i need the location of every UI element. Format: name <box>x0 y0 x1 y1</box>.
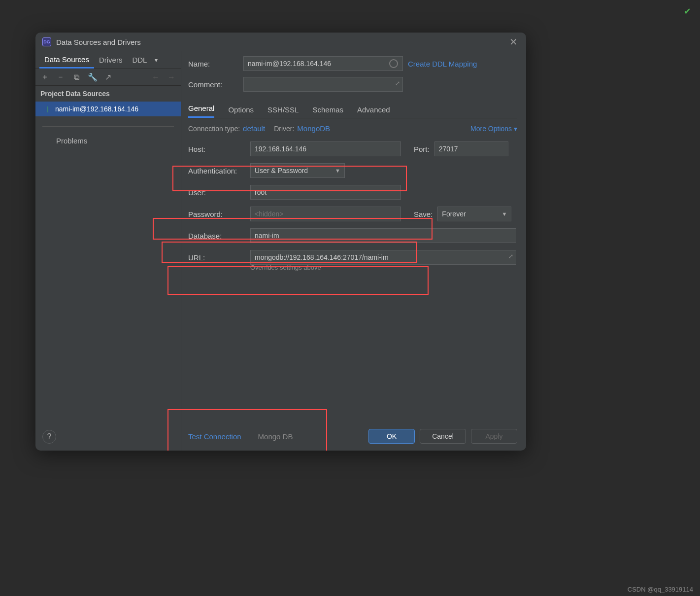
back-icon[interactable]: ← <box>151 73 160 82</box>
host-input[interactable] <box>250 141 401 156</box>
user-label: User: <box>188 188 250 197</box>
password-input[interactable] <box>250 207 401 221</box>
user-input[interactable] <box>250 185 401 200</box>
conn-type-link[interactable]: default <box>243 124 265 133</box>
name-label: Name: <box>188 60 243 68</box>
password-label: Password: <box>188 210 250 218</box>
separator <box>42 126 174 127</box>
make-global-icon[interactable]: ↗ <box>103 72 112 82</box>
data-sources-dialog: DG Data Sources and Drivers ✕ Data Sourc… <box>35 33 526 451</box>
cancel-button[interactable]: Cancel <box>420 429 466 444</box>
watermark: CSDN @qq_33919114 <box>628 586 693 593</box>
name-input[interactable] <box>243 56 403 71</box>
help-icon[interactable]: ? <box>42 430 56 444</box>
expand-icon[interactable]: ⤢ <box>508 253 513 260</box>
auth-select[interactable]: User & Password▼ <box>250 163 345 178</box>
chevron-down-icon[interactable]: ▾ <box>152 57 161 64</box>
database-label: Database: <box>188 232 250 240</box>
problems-item[interactable]: Problems <box>35 137 181 145</box>
url-hint: Overrides settings above <box>250 264 517 271</box>
apply-button[interactable]: Apply <box>471 429 517 444</box>
comment-input[interactable] <box>243 77 403 92</box>
section-header: Project Data Sources <box>35 86 181 102</box>
driver-link[interactable]: MongoDB <box>297 124 330 133</box>
tab-data-sources[interactable]: Data Sources <box>39 51 94 69</box>
tab-ddl[interactable]: DDL <box>127 51 152 69</box>
port-input[interactable] <box>434 141 508 156</box>
close-icon[interactable]: ✕ <box>507 36 519 48</box>
port-label: Port: <box>414 145 430 153</box>
spinner-icon <box>389 59 398 68</box>
url-input[interactable] <box>250 250 516 265</box>
main-panel: Name: Create DDL Mapping Comment: ⤢ Gene… <box>181 51 526 451</box>
driver-name-label: Mongo DB <box>258 432 293 441</box>
expand-icon[interactable]: ⤢ <box>395 80 400 87</box>
tab-ssh[interactable]: SSH/SSL <box>267 105 299 118</box>
tab-schemas[interactable]: Schemas <box>312 105 343 118</box>
create-ddl-link[interactable]: Create DDL Mapping <box>408 60 477 68</box>
comment-label: Comment: <box>188 80 243 89</box>
tab-options[interactable]: Options <box>228 105 254 118</box>
url-label: URL: <box>188 253 250 262</box>
chevron-down-icon: ▼ <box>501 211 507 217</box>
tab-drivers[interactable]: Drivers <box>94 51 128 69</box>
conn-type-label: Connection type: <box>188 125 240 133</box>
tab-general[interactable]: General <box>188 104 214 118</box>
sidebar: Data Sources Drivers DDL ▾ ＋ － ⧉ 🔧 ↗ ← →… <box>35 51 181 451</box>
datasource-label: nami-im@192.168.164.146 <box>55 105 138 113</box>
datasource-item[interactable]: ❘ nami-im@192.168.164.146 <box>35 102 181 116</box>
tab-advanced[interactable]: Advanced <box>357 105 390 118</box>
datasource-icon: ❘ <box>45 105 50 112</box>
sidebar-toolbar: ＋ － ⧉ 🔧 ↗ ← → <box>35 69 181 86</box>
dialog-title: Data Sources and Drivers <box>56 38 507 46</box>
remove-icon[interactable]: － <box>56 72 65 82</box>
titlebar: DG Data Sources and Drivers ✕ <box>35 33 526 51</box>
test-connection-link[interactable]: Test Connection <box>188 432 241 441</box>
ok-button[interactable]: OK <box>368 429 415 444</box>
wrench-icon[interactable]: 🔧 <box>88 72 97 82</box>
host-label: Host: <box>188 145 250 153</box>
save-select[interactable]: Forever▼ <box>437 207 511 221</box>
add-icon[interactable]: ＋ <box>40 72 49 82</box>
database-input[interactable] <box>250 228 516 243</box>
app-icon: DG <box>42 37 51 46</box>
copy-icon[interactable]: ⧉ <box>72 73 81 82</box>
save-label: Save: <box>414 210 433 218</box>
more-options-link[interactable]: More Options ▾ <box>470 125 517 133</box>
status-check-icon: ✔ <box>684 6 691 17</box>
driver-label: Driver: <box>274 125 294 133</box>
auth-label: Authentication: <box>188 167 250 175</box>
forward-icon[interactable]: → <box>167 73 176 82</box>
chevron-down-icon: ▼ <box>335 168 340 174</box>
